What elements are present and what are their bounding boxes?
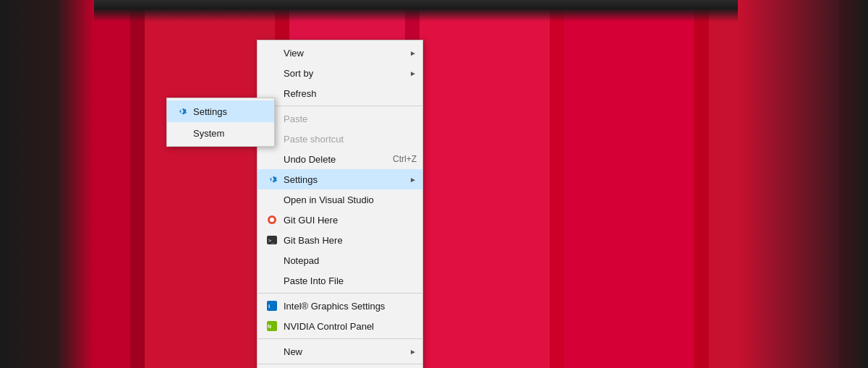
menu-item-paste-into-file[interactable]: Paste Into File bbox=[258, 270, 422, 291]
settings-arrow: ► bbox=[409, 176, 417, 184]
view-icon bbox=[265, 46, 279, 60]
submenu-settings-label: Settings bbox=[193, 106, 267, 117]
menu-item-open-vs[interactable]: Open in Visual Studio bbox=[258, 189, 422, 210]
open-vs-label: Open in Visual Studio bbox=[284, 194, 417, 205]
submenu-system-icon bbox=[174, 126, 189, 140]
context-menu: View ► Sort by ► Refresh Paste Paste sho… bbox=[257, 40, 423, 368]
menu-item-new[interactable]: New ► bbox=[258, 341, 422, 361]
git-gui-label: Git GUI Here bbox=[284, 215, 417, 226]
new-arrow: ► bbox=[409, 348, 417, 356]
menu-item-paste[interactable]: Paste bbox=[258, 108, 422, 129]
sort-by-icon bbox=[265, 66, 279, 80]
background bbox=[0, 0, 868, 368]
svg-text:>_: >_ bbox=[268, 238, 275, 244]
git-bash-label: Git Bash Here bbox=[284, 235, 417, 246]
notepad-label: Notepad bbox=[284, 255, 417, 266]
undo-delete-label: Undo Delete bbox=[284, 154, 378, 165]
nvidia-label: NVIDIA Control Panel bbox=[284, 321, 417, 332]
svg-text:i: i bbox=[268, 303, 270, 309]
git-gui-icon bbox=[265, 213, 279, 227]
paste-into-file-label: Paste Into File bbox=[284, 275, 417, 286]
submenu-item-system[interactable]: System bbox=[167, 122, 274, 144]
menu-item-refresh[interactable]: Refresh bbox=[258, 83, 422, 103]
undo-delete-icon bbox=[265, 152, 279, 166]
paste-label: Paste bbox=[284, 114, 417, 124]
git-bash-icon: >_ bbox=[265, 233, 279, 247]
intel-graphics-icon: i bbox=[265, 299, 279, 313]
submenu-system-label: System bbox=[193, 128, 267, 139]
settings-label: Settings bbox=[284, 174, 409, 185]
menu-item-intel-graphics[interactable]: i Intel® Graphics Settings bbox=[258, 296, 422, 316]
menu-item-git-gui[interactable]: Git GUI Here bbox=[258, 210, 422, 230]
settings-submenu: Settings System bbox=[166, 98, 275, 147]
new-icon bbox=[265, 344, 279, 359]
new-label: New bbox=[284, 346, 409, 357]
menu-item-paste-shortcut[interactable]: Paste shortcut bbox=[258, 129, 422, 149]
menu-item-undo-delete[interactable]: Undo Delete Ctrl+Z bbox=[258, 149, 422, 169]
open-vs-icon bbox=[265, 192, 279, 207]
notepad-icon bbox=[265, 253, 279, 268]
menu-item-view[interactable]: View ► bbox=[258, 43, 422, 63]
paste-into-file-icon bbox=[265, 273, 279, 288]
separator-3 bbox=[258, 338, 422, 339]
submenu-settings-gear-icon bbox=[174, 104, 189, 119]
intel-graphics-label: Intel® Graphics Settings bbox=[284, 301, 417, 312]
sort-by-label: Sort by bbox=[284, 68, 409, 79]
view-arrow: ► bbox=[409, 49, 417, 57]
separator-1 bbox=[258, 106, 422, 106]
menu-item-git-bash[interactable]: >_ Git Bash Here bbox=[258, 230, 422, 250]
separator-2 bbox=[258, 293, 422, 294]
refresh-label: Refresh bbox=[284, 88, 417, 99]
separator-4 bbox=[258, 364, 422, 364]
nvidia-icon: N bbox=[265, 319, 279, 333]
svg-point-1 bbox=[270, 218, 274, 222]
menu-item-sort-by[interactable]: Sort by ► bbox=[258, 63, 422, 83]
undo-delete-shortcut: Ctrl+Z bbox=[393, 154, 417, 164]
sort-by-arrow: ► bbox=[409, 69, 417, 77]
svg-text:N: N bbox=[268, 324, 271, 329]
menu-item-settings[interactable]: Settings ► bbox=[258, 169, 422, 189]
metal-hardware-top bbox=[94, 0, 738, 22]
submenu-item-settings[interactable]: Settings bbox=[167, 100, 274, 122]
settings-gear-icon bbox=[265, 172, 279, 187]
menu-item-notepad[interactable]: Notepad bbox=[258, 250, 422, 270]
view-label: View bbox=[284, 48, 409, 59]
menu-item-nvidia[interactable]: N NVIDIA Control Panel bbox=[258, 316, 422, 336]
paste-shortcut-label: Paste shortcut bbox=[284, 134, 417, 145]
